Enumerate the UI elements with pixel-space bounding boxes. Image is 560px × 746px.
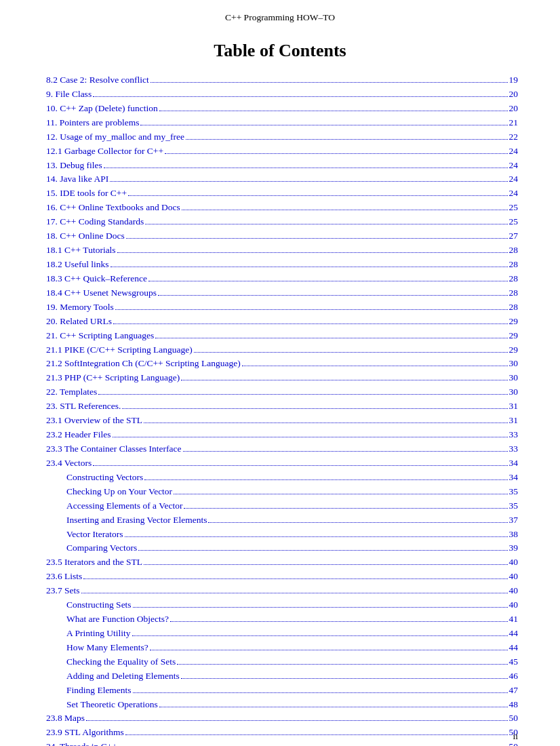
toc-entry[interactable]: 9. File Class20 bbox=[46, 87, 518, 102]
toc-entry[interactable]: 18.1 C++ Tutorials28 bbox=[46, 243, 518, 258]
toc-entry[interactable]: 12.1 Garbage Collector for C++24 bbox=[46, 144, 518, 159]
toc-label[interactable]: Finding Elements bbox=[66, 684, 132, 698]
toc-entry[interactable]: 15. IDE tools for C++24 bbox=[46, 186, 518, 201]
toc-label[interactable]: 21.1 PIKE (C/C++ Scripting Language) bbox=[46, 343, 193, 357]
toc-entry[interactable]: 23.6 Lists40 bbox=[46, 570, 518, 584]
toc-entry[interactable]: 13. Debug files24 bbox=[46, 159, 518, 173]
toc-label[interactable]: Adding and Deleting Elements bbox=[66, 669, 180, 684]
toc-label[interactable]: 23.1 Overview of the STL bbox=[46, 414, 142, 428]
toc-entry[interactable]: 12. Usage of my_malloc and my_free22 bbox=[46, 130, 518, 144]
toc-entry[interactable]: 10. C++ Zap (Delete) function20 bbox=[46, 102, 518, 116]
toc-entry[interactable]: 18.4 C++ Usenet Newsgroups28 bbox=[46, 286, 518, 300]
toc-entry[interactable]: 21.2 SoftIntegration Ch (C/C++ Scripting… bbox=[46, 357, 518, 371]
toc-label[interactable]: How Many Elements? bbox=[66, 641, 148, 655]
toc-entry[interactable]: 8.2 Case 2: Resolve conflict19 bbox=[46, 73, 518, 87]
toc-entry[interactable]: 21.3 PHP (C++ Scripting Language)30 bbox=[46, 371, 518, 385]
toc-label[interactable]: 14. Java like API bbox=[46, 172, 108, 186]
toc-label[interactable]: 23.3 The Container Classes Interface bbox=[46, 442, 182, 456]
toc-entry[interactable]: 23.3 The Container Classes Interface33 bbox=[46, 442, 518, 456]
toc-entry[interactable]: 23. STL References.31 bbox=[46, 399, 518, 414]
toc-entry[interactable]: Checking the Equality of Sets45 bbox=[46, 655, 518, 669]
toc-entry[interactable]: 17. C++ Coding Standards25 bbox=[46, 215, 518, 229]
toc-label[interactable]: 8.2 Case 2: Resolve conflict bbox=[46, 73, 149, 87]
toc-label[interactable]: Constructing Sets bbox=[66, 598, 132, 612]
toc-label[interactable]: 23.6 Lists bbox=[46, 570, 82, 584]
toc-entry[interactable]: Adding and Deleting Elements46 bbox=[46, 669, 518, 684]
toc-label[interactable]: Set Theoretic Operations bbox=[66, 698, 158, 712]
toc-label[interactable]: 18.4 C++ Usenet Newsgroups bbox=[46, 286, 157, 300]
toc-label[interactable]: Inserting and Erasing Vector Elements bbox=[66, 513, 207, 528]
toc-label[interactable]: What are Function Objects? bbox=[66, 612, 169, 627]
toc-label[interactable]: 23. STL References. bbox=[46, 399, 121, 414]
toc-entry[interactable]: Checking Up on Your Vector35 bbox=[46, 485, 518, 499]
toc-label[interactable]: 23.8 Maps bbox=[46, 711, 85, 726]
toc-entry[interactable]: Constructing Sets40 bbox=[46, 598, 518, 612]
toc-entry[interactable]: Comparing Vectors39 bbox=[46, 541, 518, 555]
toc-label[interactable]: Constructing Vectors bbox=[66, 471, 143, 485]
toc-label[interactable]: 12.1 Garbage Collector for C++ bbox=[46, 144, 163, 159]
toc-page: 40 bbox=[509, 584, 519, 598]
toc-dots bbox=[181, 380, 507, 380]
toc-label[interactable]: 18.2 Useful links bbox=[46, 258, 109, 272]
toc-dots bbox=[133, 692, 508, 693]
toc-entry[interactable]: 11. Pointers are problems21 bbox=[46, 116, 518, 130]
toc-label[interactable]: Accessing Elements of a Vector bbox=[66, 499, 182, 513]
toc-label[interactable]: A Printing Utility bbox=[66, 627, 131, 641]
toc-entry[interactable]: Vector Iterators38 bbox=[46, 528, 518, 542]
toc-label[interactable]: 19. Memory Tools bbox=[46, 300, 114, 315]
toc-entry[interactable]: 18. C++ Online Docs27 bbox=[46, 229, 518, 243]
toc-label[interactable]: 24. Threads in C++ bbox=[46, 740, 117, 746]
toc-label[interactable]: Checking the Equality of Sets bbox=[66, 655, 176, 669]
toc-entry[interactable]: 23.2 Header Files33 bbox=[46, 428, 518, 442]
toc-label[interactable]: 20. Related URLs bbox=[46, 315, 112, 329]
toc-entry[interactable]: 23.8 Maps50 bbox=[46, 711, 518, 726]
toc-entry[interactable]: A Printing Utility44 bbox=[46, 627, 518, 641]
toc-label[interactable]: 23.2 Header Files bbox=[46, 428, 111, 442]
toc-entry[interactable]: Set Theoretic Operations48 bbox=[46, 698, 518, 712]
toc-label[interactable]: 10. C++ Zap (Delete) function bbox=[46, 102, 158, 116]
toc-label[interactable]: Checking Up on Your Vector bbox=[66, 485, 172, 499]
toc-entry[interactable]: 23.9 STL Algorithms50 bbox=[46, 726, 518, 740]
toc-entry[interactable]: What are Function Objects?41 bbox=[46, 612, 518, 627]
toc-label[interactable]: 18.1 C++ Tutorials bbox=[46, 243, 116, 258]
toc-entry[interactable]: 23.7 Sets40 bbox=[46, 584, 518, 598]
toc-label[interactable]: 18. C++ Online Docs bbox=[46, 229, 125, 243]
toc-entry[interactable]: Finding Elements47 bbox=[46, 684, 518, 698]
toc-label[interactable]: 12. Usage of my_malloc and my_free bbox=[46, 130, 184, 144]
toc-label[interactable]: 21. C++ Scripting Languages bbox=[46, 329, 154, 343]
toc-label[interactable]: 9. File Class bbox=[46, 87, 92, 102]
toc-entry[interactable]: 23.1 Overview of the STL31 bbox=[46, 414, 518, 428]
toc-entry[interactable]: 21. C++ Scripting Languages29 bbox=[46, 329, 518, 343]
toc-label[interactable]: 13. Debug files bbox=[46, 159, 102, 173]
toc-label[interactable]: Comparing Vectors bbox=[66, 541, 137, 555]
toc-label[interactable]: 23.9 STL Algorithms bbox=[46, 726, 124, 740]
toc-entry[interactable]: Accessing Elements of a Vector35 bbox=[46, 499, 518, 513]
toc-label[interactable]: 15. IDE tools for C++ bbox=[46, 186, 127, 201]
toc-label[interactable]: 23.4 Vectors bbox=[46, 456, 92, 471]
toc-entry[interactable]: Inserting and Erasing Vector Elements37 bbox=[46, 513, 518, 528]
toc-label[interactable]: 16. C++ Online Textbooks and Docs bbox=[46, 201, 180, 215]
toc-label[interactable]: 22. Templates bbox=[46, 385, 97, 399]
toc-label[interactable]: 23.5 Iterators and the STL bbox=[46, 555, 142, 570]
toc-entry[interactable]: 21.1 PIKE (C/C++ Scripting Language)29 bbox=[46, 343, 518, 357]
toc-entry[interactable]: 18.3 C++ Quick–Reference28 bbox=[46, 272, 518, 286]
toc-entry[interactable]: 16. C++ Online Textbooks and Docs25 bbox=[46, 201, 518, 215]
toc-entry[interactable]: 23.4 Vectors34 bbox=[46, 456, 518, 471]
toc-label[interactable]: 11. Pointers are problems bbox=[46, 116, 139, 130]
toc-entry[interactable]: 19. Memory Tools28 bbox=[46, 300, 518, 315]
toc-entry[interactable]: 14. Java like API24 bbox=[46, 172, 518, 186]
toc-label[interactable]: 18.3 C++ Quick–Reference bbox=[46, 272, 147, 286]
toc-entry[interactable]: 22. Templates30 bbox=[46, 385, 518, 399]
toc-entry[interactable]: 23.5 Iterators and the STL40 bbox=[46, 555, 518, 570]
toc-label[interactable]: 17. C++ Coding Standards bbox=[46, 215, 144, 229]
toc-entry[interactable]: 20. Related URLs29 bbox=[46, 315, 518, 329]
toc-page: 28 bbox=[509, 243, 519, 258]
toc-entry[interactable]: Constructing Vectors34 bbox=[46, 471, 518, 485]
toc-label[interactable]: 23.7 Sets bbox=[46, 584, 80, 598]
toc-label[interactable]: 21.3 PHP (C++ Scripting Language) bbox=[46, 371, 180, 385]
toc-label[interactable]: Vector Iterators bbox=[66, 528, 123, 542]
toc-entry[interactable]: 24. Threads in C++50 bbox=[46, 740, 518, 746]
toc-label[interactable]: 21.2 SoftIntegration Ch (C/C++ Scripting… bbox=[46, 357, 241, 371]
toc-entry[interactable]: How Many Elements?44 bbox=[46, 641, 518, 655]
toc-entry[interactable]: 18.2 Useful links28 bbox=[46, 258, 518, 272]
